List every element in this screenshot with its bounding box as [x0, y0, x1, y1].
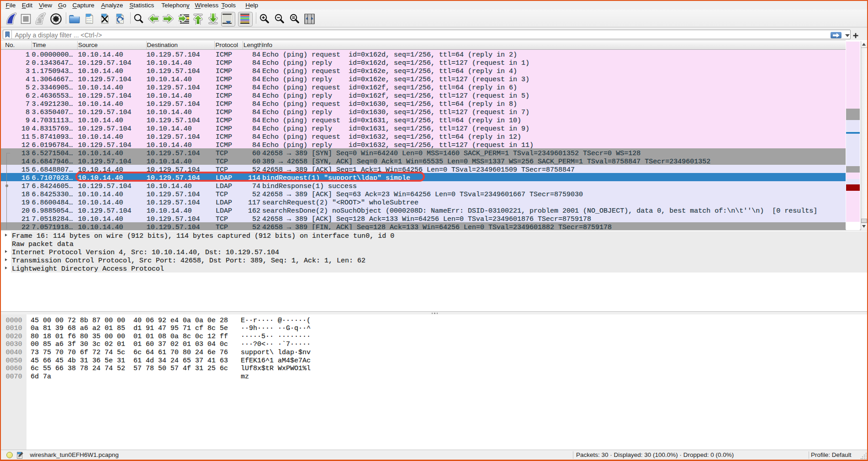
svg-text:0111: 0111: [86, 21, 91, 23]
